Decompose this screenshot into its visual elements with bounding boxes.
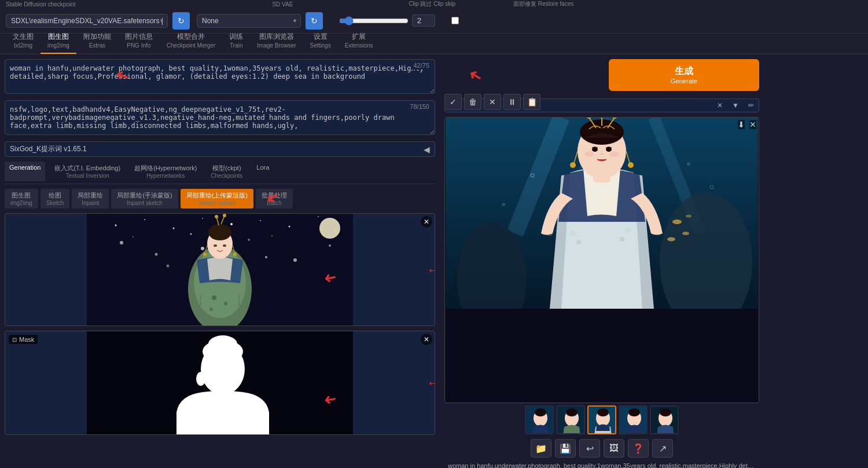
tab-img2img[interactable]: 图生图 img2img — [41, 29, 76, 54]
show-image-btn[interactable]: 🖼 — [604, 439, 624, 458]
svg-point-4 — [202, 218, 203, 219]
action-buttons-row: ✓ 🗑 ✕ ⏸ 📋 — [444, 94, 540, 110]
thumbnail-2[interactable] — [556, 405, 585, 434]
mask-label: ⊡ Mask — [9, 335, 38, 344]
svg-point-31 — [214, 244, 217, 247]
negative-prompt-textarea[interactable]: nsfw,logo,text,badhandv4,EasyNegative,ng… — [5, 100, 435, 135]
vae-select[interactable]: None — [197, 14, 301, 28]
result-image — [445, 118, 759, 309]
svg-point-67 — [606, 147, 612, 152]
result-download-btn[interactable]: ⬇ — [738, 120, 745, 129]
negative-token-count: 78/150 — [407, 103, 432, 111]
tab-extensions[interactable]: 扩展 Extensions — [338, 29, 380, 54]
subtab-generation[interactable]: Generation — [5, 162, 45, 181]
svg-point-84 — [566, 408, 578, 416]
style-bar: SixGod_K提示词 v1.65.1 ◀ — [5, 141, 435, 157]
mode-inpaint[interactable]: 局部重绘 Inpaint — [72, 189, 109, 209]
trash-btn[interactable]: 🗑 — [464, 94, 481, 110]
mode-sketch[interactable]: 绘图 Sketch — [41, 189, 70, 209]
copy-btn[interactable]: 📋 — [523, 94, 540, 110]
generate-btn[interactable]: 生成 Generate — [609, 59, 759, 91]
mode-batch[interactable]: 批量处理 Batch — [256, 189, 293, 209]
svg-point-51 — [667, 237, 675, 242]
svg-point-19 — [167, 265, 170, 268]
mask-area-close-btn[interactable]: ✕ — [421, 334, 432, 345]
thumbnail-5[interactable] — [650, 405, 679, 434]
model-select[interactable]: SDXL\realismEngineSDXL_v20VAE.safetensor… — [6, 14, 168, 28]
mode-inpaint-upload[interactable]: 局部重绘(上传蒙版版) Inpaint upload — [181, 189, 253, 209]
tab-txt2img[interactable]: 文生图 txt2img — [6, 29, 41, 54]
send-img2img-btn[interactable]: ↩ — [579, 439, 600, 458]
svg-point-93 — [660, 408, 671, 416]
svg-point-3 — [173, 228, 175, 229]
svg-point-8 — [318, 216, 319, 217]
open-folder-btn[interactable]: 📁 — [531, 439, 551, 458]
svg-point-87 — [597, 408, 609, 416]
svg-point-53 — [570, 231, 576, 236]
extra-expand-btn[interactable]: ▼ — [727, 99, 744, 112]
img2img-mode-tabs: 图生图 img2img 绘图 Sketch 局部重绘 Inpaint 局部重绘(… — [5, 189, 435, 209]
positive-prompt-area: woman in hanfu,underwater photograph, be… — [5, 59, 435, 96]
svg-point-45 — [196, 372, 205, 386]
sd-vae-label: SD VAE — [272, 1, 293, 8]
positive-prompt-textarea[interactable]: woman in hanfu,underwater photograph, be… — [5, 59, 435, 94]
svg-point-6 — [260, 220, 261, 221]
style-bar-text: SixGod_K提示词 v1.65.1 — [10, 144, 424, 154]
subtab-checkpoints[interactable]: 模型(ckpt) Checkpoints — [206, 162, 247, 181]
svg-point-50 — [682, 232, 689, 235]
tab-extras[interactable]: 附加功能 Extras — [76, 29, 118, 54]
image-upload-area[interactable]: ← ✕ — [5, 213, 435, 326]
svg-point-34 — [203, 253, 207, 256]
extra-edit-btn[interactable]: ✏ — [744, 99, 759, 112]
checkmark-btn[interactable]: ✓ — [444, 94, 462, 110]
restore-faces-label: 面部修复 Restore faces — [513, 0, 573, 8]
subtab-hypernetworks[interactable]: 超网络(Hypernetwork) Hypernetworks — [130, 162, 201, 181]
right-panel: 生成 Generate ✓ 🗑 ✕ ⏸ 📋 ✕ ▼ ✏ — [440, 54, 764, 468]
arrow-indicator-main: ← — [426, 262, 435, 278]
upload-area-close-btn[interactable]: ✕ — [421, 216, 432, 228]
svg-point-36 — [233, 253, 237, 256]
svg-point-69 — [610, 151, 619, 157]
interrogate-btn[interactable]: ❓ — [628, 439, 649, 458]
result-image-area: ⬇ ✕ — [444, 117, 759, 403]
mode-inpaint-sketch[interactable]: 局部重绘(手涂蒙版) Inpaint sketch — [111, 189, 178, 209]
svg-point-49 — [672, 220, 682, 224]
tab-image-browser[interactable]: 图库浏览器 Image Browser — [250, 29, 303, 54]
mask-upload-area[interactable]: ⊡ Mask ← ✕ — [5, 331, 435, 435]
thumbnail-4[interactable] — [619, 405, 648, 434]
clip-slider[interactable] — [339, 16, 409, 25]
extras-btn[interactable]: ↗ — [652, 439, 673, 458]
svg-point-66 — [592, 147, 598, 152]
uploaded-image — [5, 214, 435, 326]
tab-checkpoint-merger[interactable]: 模型合并 Checkpoint Merger — [160, 29, 222, 54]
tab-train[interactable]: 训练 Train — [222, 29, 250, 54]
result-close-btn[interactable]: ✕ — [749, 120, 756, 129]
svg-point-11 — [190, 233, 192, 235]
subtab-lora[interactable]: Lora — [252, 162, 274, 181]
svg-point-30 — [223, 214, 226, 217]
svg-point-54 — [576, 240, 581, 244]
bottom-action-strip: 📁 💾 ↩ 🖼 ❓ ↗ — [444, 437, 759, 460]
restore-faces-checkbox[interactable] — [451, 17, 459, 24]
tab-settings[interactable]: 设置 Settings — [303, 29, 338, 54]
thumbnail-1[interactable] — [525, 405, 554, 434]
pause-btn[interactable]: ⏸ — [503, 94, 521, 110]
model-refresh-btn[interactable]: ↻ — [172, 12, 190, 30]
thumbnail-3[interactable] — [587, 405, 616, 434]
svg-point-32 — [223, 244, 226, 247]
main-content: woman in hanfu,underwater photograph, be… — [0, 54, 868, 468]
bottom-prompt-text: woman in hanfu,underwater,photograph, be… — [444, 460, 759, 468]
delete-btn[interactable]: ✕ — [484, 94, 501, 110]
svg-point-43 — [208, 335, 237, 353]
svg-point-29 — [215, 215, 218, 218]
svg-point-16 — [248, 239, 250, 241]
svg-point-39 — [209, 308, 213, 311]
extra-clear-btn[interactable]: ✕ — [712, 99, 727, 112]
save-btn[interactable]: 💾 — [555, 439, 576, 458]
tab-png-info[interactable]: 图片信息 PNG Info — [118, 29, 160, 54]
vae-refresh-btn[interactable]: ↻ — [306, 12, 323, 30]
clip-input[interactable] — [412, 14, 435, 27]
subtab-textual-inversion[interactable]: 嵌入式(T.I. Embedding) Textual Inversion — [50, 162, 125, 181]
style-bar-toggle[interactable]: ◀ — [424, 145, 430, 154]
mode-img2img[interactable]: 图生图 img2img — [5, 189, 38, 209]
